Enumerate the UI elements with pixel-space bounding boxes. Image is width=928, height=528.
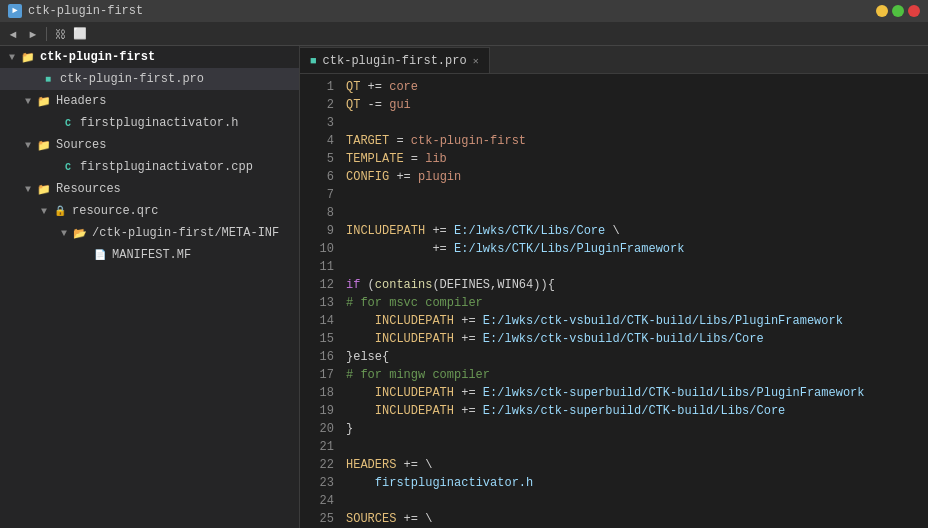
tree-item-root[interactable]: ▼ 📁 ctk-plugin-first [0, 46, 299, 68]
label-headers: Headers [56, 94, 106, 108]
label-sources: Sources [56, 138, 106, 152]
arrow-pro [24, 71, 40, 87]
code-line-22: HEADERS += \ [346, 456, 928, 474]
app-icon: ► [8, 4, 22, 18]
code-lines: QT += core QT -= gui TARGET = ctk-plugin… [342, 78, 928, 528]
code-line-3 [346, 114, 928, 132]
arrow-meta: ▼ [56, 225, 72, 241]
back-btn[interactable]: ◄ [4, 25, 22, 43]
folder-icon-meta: 📂 [72, 225, 88, 241]
pro-icon: ■ [40, 71, 56, 87]
arrow-h [44, 115, 60, 131]
arrow-manifest [76, 247, 92, 263]
titlebar-controls [876, 5, 920, 17]
tree-item-pro[interactable]: ■ ctk-plugin-first.pro [0, 68, 299, 90]
label-h: firstpluginactivator.h [80, 116, 238, 130]
tab-bar: ■ ctk-plugin-first.pro ✕ [300, 46, 928, 74]
code-line-1: QT += core [346, 78, 928, 96]
code-line-4: TARGET = ctk-plugin-first [346, 132, 928, 150]
label-root: ctk-plugin-first [40, 50, 155, 64]
code-line-12: if (contains(DEFINES,WIN64)){ [346, 276, 928, 294]
maximize-btn[interactable] [892, 5, 904, 17]
code-line-25: SOURCES += \ [346, 510, 928, 528]
code-line-24 [346, 492, 928, 510]
code-line-13: # for msvc compiler [346, 294, 928, 312]
label-pro: ctk-plugin-first.pro [60, 72, 204, 86]
arrow-root: ▼ [4, 49, 20, 65]
code-line-15: INCLUDEPATH += E:/lwks/ctk-vsbuild/CTK-b… [346, 330, 928, 348]
code-line-17: # for mingw compiler [346, 366, 928, 384]
tree-item-sources[interactable]: ▼ 📁 Sources [0, 134, 299, 156]
arrow-sources: ▼ [20, 137, 36, 153]
tree-item-headers[interactable]: ▼ 📁 Headers [0, 90, 299, 112]
titlebar-text: ctk-plugin-first [28, 4, 143, 18]
main-layout: ▼ 📁 ctk-plugin-first ■ ctk-plugin-first.… [0, 46, 928, 528]
qrc-icon: 🔒 [52, 203, 68, 219]
link-btn[interactable]: ⛓ [51, 25, 69, 43]
code-line-23: firstpluginactivator.h [346, 474, 928, 492]
tree-item-cpp[interactable]: C firstpluginactivator.cpp [0, 156, 299, 178]
tab-pro[interactable]: ■ ctk-plugin-first.pro ✕ [300, 47, 490, 73]
folder-icon-headers: 📁 [36, 93, 52, 109]
code-line-20: } [346, 420, 928, 438]
code-line-16: }else{ [346, 348, 928, 366]
sidebar: ▼ 📁 ctk-plugin-first ■ ctk-plugin-first.… [0, 46, 300, 528]
h-icon: C [60, 115, 76, 131]
arrow-headers: ▼ [20, 93, 36, 109]
tab-icon: ■ [310, 55, 317, 67]
minimize-btn[interactable] [876, 5, 888, 17]
close-btn[interactable] [908, 5, 920, 17]
arrow-cpp [44, 159, 60, 175]
code-line-7 [346, 186, 928, 204]
label-resources: Resources [56, 182, 121, 196]
code-line-10: += E:/lwks/CTK/Libs/PluginFramework [346, 240, 928, 258]
code-line-21 [346, 438, 928, 456]
cpp-icon: C [60, 159, 76, 175]
line-numbers: 1 2 3 4 5 6 7 8 9 10 11 12 13 14 15 16 1 [300, 78, 342, 528]
forward-btn[interactable]: ► [24, 25, 42, 43]
code-line-14: INCLUDEPATH += E:/lwks/ctk-vsbuild/CTK-b… [346, 312, 928, 330]
toolbar: ◄ ► ⛓ ⬜ [0, 22, 928, 46]
split-btn[interactable]: ⬜ [71, 25, 89, 43]
folder-icon-resources: 📁 [36, 181, 52, 197]
code-line-18: INCLUDEPATH += E:/lwks/ctk-superbuild/CT… [346, 384, 928, 402]
tab-close-btn[interactable]: ✕ [473, 55, 479, 67]
tree-item-h[interactable]: C firstpluginactivator.h [0, 112, 299, 134]
folder-icon-sources: 📁 [36, 137, 52, 153]
arrow-qrc: ▼ [36, 203, 52, 219]
label-meta: /ctk-plugin-first/META-INF [92, 226, 279, 240]
tree-item-meta[interactable]: ▼ 📂 /ctk-plugin-first/META-INF [0, 222, 299, 244]
arrow-resources: ▼ [20, 181, 36, 197]
code-line-19: INCLUDEPATH += E:/lwks/ctk-superbuild/CT… [346, 402, 928, 420]
label-qrc: resource.qrc [72, 204, 158, 218]
code-line-5: TEMPLATE = lib [346, 150, 928, 168]
code-editor[interactable]: 1 2 3 4 5 6 7 8 9 10 11 12 13 14 15 16 1 [300, 74, 928, 528]
code-line-11 [346, 258, 928, 276]
code-area: 1 2 3 4 5 6 7 8 9 10 11 12 13 14 15 16 1 [300, 74, 928, 528]
folder-icon-root: 📁 [20, 49, 36, 65]
code-line-6: CONFIG += plugin [346, 168, 928, 186]
tree-item-qrc[interactable]: ▼ 🔒 resource.qrc [0, 200, 299, 222]
code-line-8 [346, 204, 928, 222]
tab-label: ctk-plugin-first.pro [323, 54, 467, 68]
code-line-9: INCLUDEPATH += E:/lwks/CTK/Libs/Core \ [346, 222, 928, 240]
tree-item-resources[interactable]: ▼ 📁 Resources [0, 178, 299, 200]
label-cpp: firstpluginactivator.cpp [80, 160, 253, 174]
tree-item-manifest[interactable]: 📄 MANIFEST.MF [0, 244, 299, 266]
manifest-icon: 📄 [92, 247, 108, 263]
titlebar: ► ctk-plugin-first [0, 0, 928, 22]
code-line-2: QT -= gui [346, 96, 928, 114]
editor-pane: ■ ctk-plugin-first.pro ✕ 1 2 3 4 5 6 7 8… [300, 46, 928, 528]
toolbar-sep1 [46, 27, 47, 41]
label-manifest: MANIFEST.MF [112, 248, 191, 262]
